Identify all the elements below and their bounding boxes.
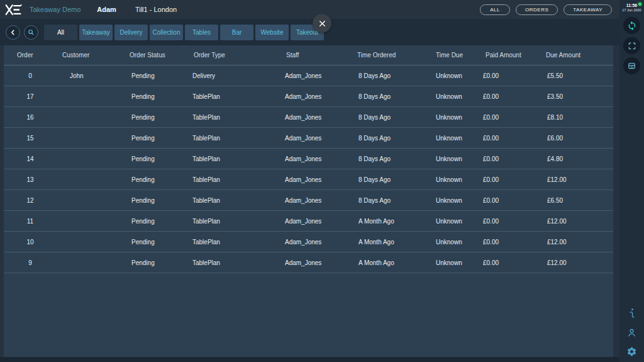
column-header: Paid Amount	[478, 52, 540, 59]
sync-button[interactable]	[623, 17, 640, 34]
order-row[interactable]: 15 Pending TablePlan Adam_Jones 8 Days A…	[4, 128, 613, 149]
order-row[interactable]: 11 Pending TablePlan Adam_Jones A Month …	[4, 211, 613, 232]
cell-order-number: 14	[4, 156, 57, 162]
cell-order-number: 0	[4, 72, 57, 79]
order-row[interactable]: 14 Pending TablePlan Adam_Jones 8 Days A…	[4, 149, 613, 169]
online-status-dot	[638, 3, 641, 6]
order-type-tab[interactable]: Delivery	[114, 25, 148, 40]
cell-time-ordered: A Month Ago	[352, 218, 431, 225]
order-row[interactable]: 12 Pending TablePlan Adam_Jones 8 Days A…	[4, 190, 613, 211]
cash-drawer-button[interactable]	[623, 57, 640, 74]
cell-paid-amount: £0.00	[478, 156, 540, 162]
user-button[interactable]	[626, 327, 637, 338]
cell-paid-amount: £0.00	[478, 239, 540, 246]
fullscreen-icon	[628, 42, 636, 50]
cell-due-amount: £4.80	[540, 156, 613, 162]
cell-time-ordered: A Month Ago	[352, 259, 431, 266]
cell-staff: Adam_Jones	[280, 176, 352, 183]
order-row[interactable]: 13 Pending TablePlan Adam_Jones 8 Days A…	[4, 169, 613, 190]
cell-order-status: Pending	[126, 218, 189, 225]
order-type-tab[interactable]: Bar	[220, 25, 253, 40]
cell-staff: Adam_Jones	[280, 156, 352, 162]
scope-pill-button[interactable]: ALL	[480, 4, 510, 15]
cell-order-type: Delivery	[189, 72, 280, 79]
cell-time-due: Unknown	[431, 218, 478, 225]
order-type-tab[interactable]: Collection	[150, 25, 183, 40]
cell-customer: John	[57, 72, 126, 79]
cell-staff: Adam_Jones	[280, 259, 352, 266]
back-button[interactable]	[6, 25, 20, 40]
cell-paid-amount: £0.00	[478, 135, 540, 142]
cell-order-type: TablePlan	[189, 114, 280, 121]
cell-time-due: Unknown	[431, 239, 478, 246]
cell-order-number: 13	[4, 176, 57, 183]
cell-staff: Adam_Jones	[280, 72, 352, 79]
cell-order-number: 11	[4, 218, 57, 225]
cell-time-due: Unknown	[431, 135, 478, 142]
order-type-tab[interactable]: Takeaway	[79, 25, 113, 40]
cell-paid-amount: £0.00	[478, 259, 540, 266]
cell-order-number: 10	[4, 239, 57, 246]
cell-staff: Adam_Jones	[280, 135, 352, 142]
scope-pill-group: ALL ORDERS TAKEAWAY	[480, 4, 612, 15]
cell-order-status: Pending	[126, 156, 189, 162]
top-bar: Takeaway Demo Adam Till1 - London ALL OR…	[0, 0, 619, 19]
order-row[interactable]: 10 Pending TablePlan Adam_Jones A Month …	[4, 232, 613, 252]
cell-order-type: TablePlan	[189, 218, 280, 225]
cell-time-ordered: 8 Days Ago	[352, 156, 431, 162]
brand-logo-icon	[5, 4, 22, 16]
cell-order-status: Pending	[126, 259, 189, 266]
column-header: Staff	[280, 52, 352, 59]
cell-staff: Adam_Jones	[280, 218, 352, 225]
orders-panel: Order Customer Order Status Order Type S…	[4, 45, 613, 357]
column-header: Due Amount	[540, 52, 613, 59]
cell-time-due: Unknown	[431, 197, 478, 204]
app-title: Takeaway Demo	[30, 6, 80, 13]
order-type-tab[interactable]: Tables	[185, 25, 218, 40]
cell-due-amount: £6.50	[540, 197, 613, 204]
search-button[interactable]	[24, 25, 38, 40]
search-icon	[26, 28, 36, 37]
close-button[interactable]	[313, 14, 331, 33]
scope-pill-button[interactable]: TAKEAWAY	[564, 4, 612, 15]
cell-order-status: Pending	[126, 176, 189, 183]
cell-time-ordered: 8 Days Ago	[352, 114, 431, 121]
cell-order-status: Pending	[126, 239, 189, 246]
order-row[interactable]: 17 Pending TablePlan Adam_Jones 8 Days A…	[4, 86, 613, 107]
cell-paid-amount: £0.00	[478, 218, 540, 225]
order-row[interactable]: 0 John Pending Delivery Adam_Jones 8 Day…	[4, 65, 613, 86]
logged-in-user[interactable]: Adam	[97, 6, 116, 13]
cell-time-ordered: 8 Days Ago	[352, 72, 431, 79]
cell-paid-amount: £0.00	[478, 93, 540, 100]
close-icon	[318, 20, 326, 28]
cell-time-ordered: 8 Days Ago	[352, 135, 431, 142]
order-type-tab[interactable]: All	[44, 25, 77, 40]
cell-order-type: TablePlan	[189, 156, 280, 162]
info-icon	[626, 307, 637, 319]
info-button[interactable]	[626, 307, 637, 319]
order-row[interactable]: 9 Pending TablePlan Adam_Jones A Month A…	[4, 252, 613, 273]
cell-order-number: 12	[4, 197, 57, 204]
cell-order-type: TablePlan	[189, 239, 280, 246]
cell-staff: Adam_Jones	[280, 93, 352, 100]
order-type-tab[interactable]: Website	[255, 25, 289, 40]
cell-order-number: 17	[4, 93, 57, 100]
cell-order-type: TablePlan	[189, 93, 280, 100]
till-location[interactable]: Till1 - London	[135, 6, 177, 13]
cell-due-amount: £12.00	[540, 239, 613, 246]
settings-button[interactable]	[626, 346, 637, 357]
cell-order-type: TablePlan	[189, 176, 280, 183]
column-header: Order Type	[189, 52, 280, 59]
cell-time-due: Unknown	[431, 114, 478, 121]
column-header: Order Status	[126, 52, 189, 59]
column-header: Order	[4, 52, 57, 59]
fullscreen-button[interactable]	[623, 37, 640, 54]
cell-due-amount: £5.50	[540, 72, 613, 79]
scope-pill-button[interactable]: ORDERS	[516, 4, 558, 15]
order-row[interactable]: 16 Pending TablePlan Adam_Jones 8 Days A…	[4, 107, 613, 128]
cell-order-status: Pending	[126, 114, 189, 121]
cell-order-status: Pending	[126, 93, 189, 100]
cell-order-status: Pending	[126, 72, 189, 79]
filter-tab-strip: All Takeaway Delivery Collection Tables …	[0, 19, 619, 45]
clock-date: 17 Jun 2020	[619, 8, 644, 13]
